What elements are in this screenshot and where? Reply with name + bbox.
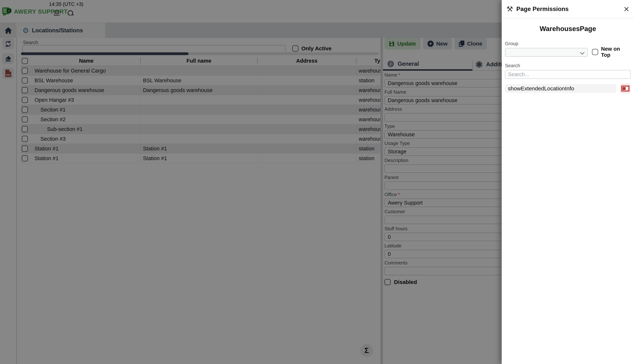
drawer-title: Page Permissions	[516, 6, 624, 12]
layout-toggle-icon	[621, 86, 629, 92]
new-on-top-checkbox[interactable]	[592, 49, 598, 55]
permissions-search-input[interactable]	[505, 70, 631, 79]
close-icon[interactable]: ×	[624, 4, 629, 14]
permission-visibility-button[interactable]	[620, 84, 631, 94]
chevron-down-icon	[580, 50, 584, 54]
new-on-top-label: New on Top	[601, 46, 631, 58]
tools-icon: ⚒	[506, 5, 513, 13]
permission-name: showExtendedLocationInfo	[505, 84, 616, 93]
permission-list-item: showExtendedLocationInfo	[505, 84, 631, 94]
modal-backdrop[interactable]	[0, 0, 502, 364]
new-on-top-toggle[interactable]: New on Top	[592, 46, 631, 58]
group-label: Group	[505, 41, 588, 46]
group-select[interactable]	[505, 48, 588, 57]
drawer-header: ⚒ Page Permissions ×	[502, 0, 634, 18]
permissions-search-label: Search	[505, 63, 631, 68]
page-name: WarehousesPage	[505, 25, 631, 33]
page-permissions-drawer: ⚒ Page Permissions × WarehousesPage Grou…	[502, 0, 634, 364]
